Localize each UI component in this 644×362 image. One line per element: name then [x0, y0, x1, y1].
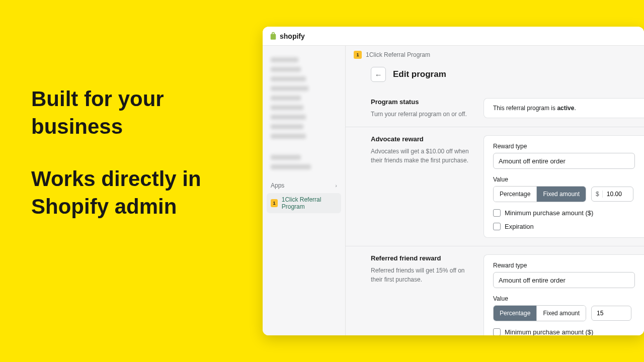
status-text-bold: active: [557, 105, 574, 112]
headline-1: Built for your business: [31, 85, 232, 140]
select-value: Amount off entire order: [499, 277, 566, 284]
advocate-amount-input[interactable]: [603, 187, 633, 201]
advocate-amount-input-wrap: $: [591, 187, 633, 202]
topbar: shopify: [263, 27, 644, 46]
status-heading: Program status: [371, 98, 471, 106]
page-title: Edit program: [393, 69, 446, 79]
sidebar: Apps › 1 1Click Referral Program: [263, 46, 346, 335]
referred-min-purchase-checkbox[interactable]: [493, 328, 501, 335]
sidebar-app-label: 1Click Referral Program: [282, 196, 337, 210]
arrow-left-icon: ←: [375, 70, 382, 79]
referred-heading: Referred friend reward: [371, 254, 471, 262]
referred-value-segment: Percentage Fixed amount: [493, 305, 586, 321]
reward-type-label: Reward type: [493, 262, 635, 269]
referred-min-purchase-label: Minimum purchase amount ($): [505, 328, 593, 335]
reward-type-label: Reward type: [493, 143, 635, 150]
value-label: Value: [493, 295, 635, 302]
referred-amount-input[interactable]: [591, 306, 631, 321]
section-program-status: Program status Turn your referral progra…: [346, 90, 644, 127]
shopify-logo: shopify: [269, 32, 305, 41]
advocate-desc: Advocates will get a $10.00 off when the…: [371, 147, 471, 165]
advocate-value-segment: Percentage Fixed amount: [493, 186, 586, 202]
sidebar-blurred-nav: [267, 51, 341, 176]
currency-prefix: $: [592, 191, 603, 198]
advocate-min-purchase-checkbox[interactable]: [493, 209, 501, 217]
value-label: Value: [493, 176, 635, 183]
advocate-expiration-label: Expiration: [505, 223, 534, 230]
status-card: This referral program is active.: [484, 98, 644, 118]
headline-2: Works directly in Shopify admin: [31, 165, 232, 220]
section-referred-reward: Referred friend reward Referred friends …: [346, 246, 644, 335]
advocate-heading: Advocate reward: [371, 135, 471, 143]
referred-reward-type-select[interactable]: Amount off entire order: [493, 272, 635, 288]
advocate-expiration-checkbox[interactable]: [493, 223, 501, 230]
select-value: Amount off entire order: [499, 157, 566, 165]
seg-percentage[interactable]: Percentage: [494, 187, 536, 202]
section-advocate-reward: Advocate reward Advocates will get a $10…: [346, 127, 644, 246]
page-header: ← Edit program: [346, 64, 644, 90]
breadcrumb: 1 1Click Referral Program: [346, 46, 644, 64]
brand-text: shopify: [280, 32, 305, 40]
advocate-card: Reward type Amount off entire order Valu…: [484, 135, 644, 238]
breadcrumb-app-name: 1Click Referral Program: [366, 51, 430, 58]
shopping-bag-icon: [269, 32, 278, 41]
apps-label: Apps: [271, 182, 284, 189]
referred-card: Reward type Amount off entire order Valu…: [484, 254, 644, 335]
seg-fixed-amount[interactable]: Fixed amount: [536, 187, 586, 202]
app-badge-icon: 1: [354, 51, 362, 59]
admin-window: shopify Apps › 1: [263, 27, 644, 335]
seg-fixed-amount[interactable]: Fixed amount: [536, 306, 586, 321]
sidebar-apps-header[interactable]: Apps ›: [267, 179, 341, 192]
sidebar-app-1click[interactable]: 1 1Click Referral Program: [267, 193, 341, 213]
status-text-suffix: .: [574, 105, 576, 112]
back-button[interactable]: ←: [371, 67, 386, 82]
advocate-reward-type-select[interactable]: Amount off entire order: [493, 153, 635, 169]
status-desc: Turn your referral program on or off.: [371, 110, 471, 119]
advocate-min-purchase-label: Minimum purchase amount ($): [505, 209, 593, 217]
main-content: 1 1Click Referral Program ← Edit program…: [346, 46, 644, 335]
app-badge-icon: 1: [271, 199, 278, 207]
chevron-right-icon: ›: [335, 183, 337, 189]
marketing-headlines: Built for your business Works directly i…: [31, 85, 232, 245]
status-text-prefix: This referral program is: [493, 105, 557, 112]
seg-percentage[interactable]: Percentage: [494, 306, 536, 321]
referred-desc: Referred friends will get 15% off on the…: [371, 266, 471, 284]
